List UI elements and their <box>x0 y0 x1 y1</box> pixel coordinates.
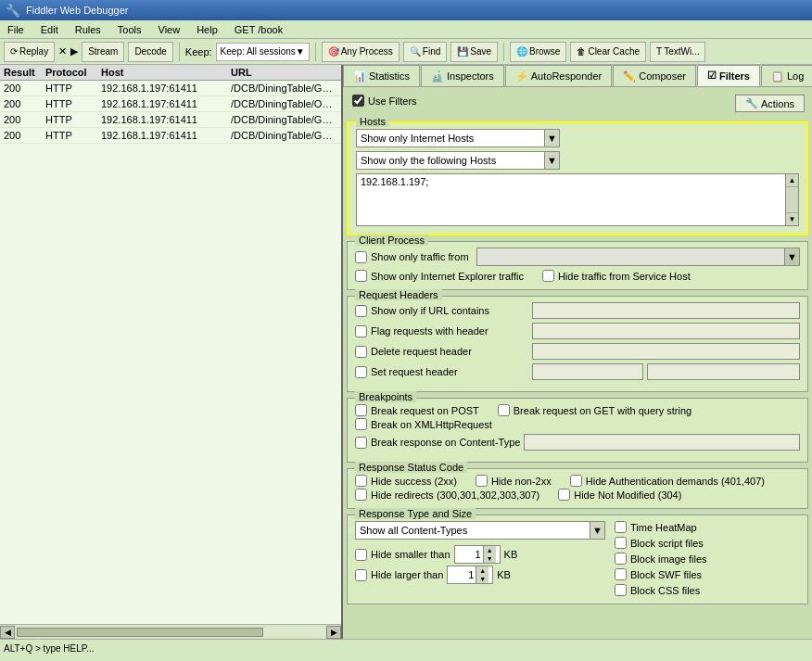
tab-statistics[interactable]: 📊 Statistics <box>343 65 420 86</box>
content-type-dropdown[interactable]: Show all Content-Types ▼ <box>355 521 605 540</box>
ie-traffic-checkbox[interactable] <box>355 270 367 282</box>
break-xmlhttp-checkbox[interactable] <box>355 418 367 430</box>
decode-button[interactable]: Decode <box>128 42 172 62</box>
following-hosts-dropdown[interactable]: Show only the following Hosts ▼ <box>356 151 560 170</box>
break-response-input[interactable] <box>524 434 800 451</box>
table-row[interactable]: 200 HTTP 192.168.1.197:61411 /DCB/Dining… <box>0 81 341 96</box>
clear-cache-icon: 🗑 <box>577 46 586 57</box>
response-status-group: Response Status Code Hide success (2xx) … <box>347 468 808 509</box>
hide-service-checkbox[interactable] <box>542 270 554 282</box>
tab-composer[interactable]: ✏️ Composer <box>613 65 696 86</box>
set-header-label: Set request header <box>371 366 528 377</box>
textwizard-button[interactable]: T TextWi... <box>650 42 705 62</box>
following-hosts-row: Show only the following Hosts ▼ <box>356 151 799 170</box>
menu-file[interactable]: File <box>4 23 28 36</box>
menu-rules[interactable]: Rules <box>71 23 105 36</box>
hide-success-checkbox[interactable] <box>355 475 367 487</box>
browse-button[interactable]: 🌐 Browse <box>510 42 566 62</box>
save-button[interactable]: 💾 Save <box>450 42 498 62</box>
block-script-checkbox[interactable] <box>615 537 627 549</box>
block-image-checkbox[interactable] <box>615 553 627 565</box>
host-cell: 192.168.1.197:61411 <box>101 83 231 94</box>
break-get-checkbox[interactable] <box>498 404 510 416</box>
process-icon: 🎯 <box>328 46 339 57</box>
use-filters-checkbox[interactable] <box>352 95 364 107</box>
flag-header-row: Flag requests with header <box>355 323 800 339</box>
save-icon: 💾 <box>457 46 468 57</box>
traffic-from-check-row: Show only traffic from <box>355 251 469 263</box>
hide-smaller-checkbox[interactable] <box>355 549 367 561</box>
block-swf-checkbox[interactable] <box>615 568 627 580</box>
hide-smaller-input[interactable] <box>455 549 483 560</box>
tab-inspectors[interactable]: 🔬 Inspectors <box>421 65 504 86</box>
delete-header-checkbox[interactable] <box>355 346 367 358</box>
clear-cache-button[interactable]: 🗑 Clear Cache <box>570 42 646 62</box>
flag-header-checkbox[interactable] <box>355 325 367 337</box>
scroll-left-btn[interactable]: ◀ <box>0 626 15 639</box>
keep-dropdown[interactable]: Keep: All sessions ▼ <box>216 43 310 61</box>
replay-button[interactable]: ⟳ Replay <box>4 42 55 62</box>
hide-non2xx-checkbox[interactable] <box>476 475 488 487</box>
block-css-check: Block CSS files <box>615 584 800 596</box>
menu-help[interactable]: Help <box>193 23 222 36</box>
host-cell: 192.168.1.197:61411 <box>101 114 231 125</box>
flag-header-input[interactable] <box>532 323 800 339</box>
traffic-from-checkbox[interactable] <box>355 251 367 263</box>
hide-larger-spin-up[interactable]: ▲ <box>476 566 488 575</box>
hide-smaller-input-container: ▲ ▼ <box>454 545 501 564</box>
hide-larger-input[interactable] <box>448 569 476 580</box>
tab-log[interactable]: 📋 Log <box>761 65 812 86</box>
delete-header-input[interactable] <box>532 343 800 360</box>
tab-filters[interactable]: ☑ Filters <box>697 65 760 86</box>
hide-redirects-checkbox[interactable] <box>355 489 367 501</box>
hosts-textarea[interactable]: 192.168.1.197; <box>357 174 785 225</box>
hide-smaller-spin-up[interactable]: ▲ <box>484 546 496 554</box>
scroll-up-btn[interactable]: ▲ <box>786 174 798 187</box>
find-button[interactable]: 🔍 Find <box>403 42 447 62</box>
table-row[interactable]: 200 HTTP 192.168.1.197:61411 /DCB/Dining… <box>0 112 341 128</box>
block-css-checkbox[interactable] <box>615 584 627 596</box>
set-header-name-input[interactable] <box>532 363 643 380</box>
set-header-checkbox[interactable] <box>355 366 367 378</box>
any-process-button[interactable]: 🎯 Any Process <box>322 42 400 62</box>
table-row[interactable]: 200 HTTP 192.168.1.197:61411 /DCB/Dining… <box>0 128 341 144</box>
break-response-checkbox[interactable] <box>355 437 367 449</box>
scroll-down-btn[interactable]: ▼ <box>786 212 798 225</box>
hide-not-modified-checkbox[interactable] <box>558 489 570 501</box>
set-header-value-input[interactable] <box>647 363 800 380</box>
actions-button[interactable]: 🔧 Actions <box>735 95 805 112</box>
hide-smaller-spin-down[interactable]: ▼ <box>484 554 496 563</box>
hide-larger-spin-down[interactable]: ▼ <box>476 575 488 583</box>
content-type-arrow[interactable]: ▼ <box>590 522 604 539</box>
internet-hosts-dropdown[interactable]: Show only Internet Hosts ▼ <box>356 129 560 147</box>
traffic-from-arrow[interactable]: ▼ <box>784 248 799 265</box>
scrollbar-thumb[interactable] <box>17 628 263 637</box>
hide-larger-checkbox[interactable] <box>355 569 367 581</box>
stream-button[interactable]: Stream <box>82 42 124 62</box>
hide-auth-checkbox[interactable] <box>570 475 582 487</box>
result-cell: 200 <box>4 98 45 109</box>
filters-panel: Use Filters 🔧 Actions Hosts Show only In… <box>343 87 812 639</box>
traffic-from-dropdown[interactable]: ▼ <box>476 248 800 266</box>
menu-tools[interactable]: Tools <box>114 23 146 36</box>
tabs-container: 📊 Statistics 🔬 Inspectors ⚡ AutoResponde… <box>343 65 812 87</box>
table-row[interactable]: 200 HTTP 192.168.1.197:61411 /DCB/Dining… <box>0 96 341 112</box>
break-post-checkbox[interactable] <box>355 404 367 416</box>
following-hosts-dropdown-btn[interactable]: ▼ <box>544 152 559 169</box>
menu-view[interactable]: View <box>155 23 184 36</box>
col-protocol-header: Protocol <box>45 67 101 78</box>
actions-icon: 🔧 <box>745 97 758 109</box>
menu-edit[interactable]: Edit <box>37 23 62 36</box>
menu-get-book[interactable]: GET /book <box>231 23 286 36</box>
tab-autoresponder[interactable]: ⚡ AutoResponder <box>505 65 612 86</box>
url-contains-input[interactable] <box>532 302 800 319</box>
scroll-track <box>786 187 798 212</box>
time-heatmap-checkbox[interactable] <box>615 521 627 533</box>
main-layout: Result Protocol Host URL 200 HTTP 192.16… <box>0 65 812 639</box>
scroll-right-btn[interactable]: ▶ <box>326 626 341 639</box>
internet-hosts-dropdown-btn[interactable]: ▼ <box>544 130 559 146</box>
session-header: Result Protocol Host URL <box>0 65 341 81</box>
url-contains-checkbox[interactable] <box>355 305 367 317</box>
h-scrollbar[interactable]: ◀ ▶ <box>0 624 341 639</box>
time-heatmap-label: Time HeatMap <box>630 522 697 533</box>
